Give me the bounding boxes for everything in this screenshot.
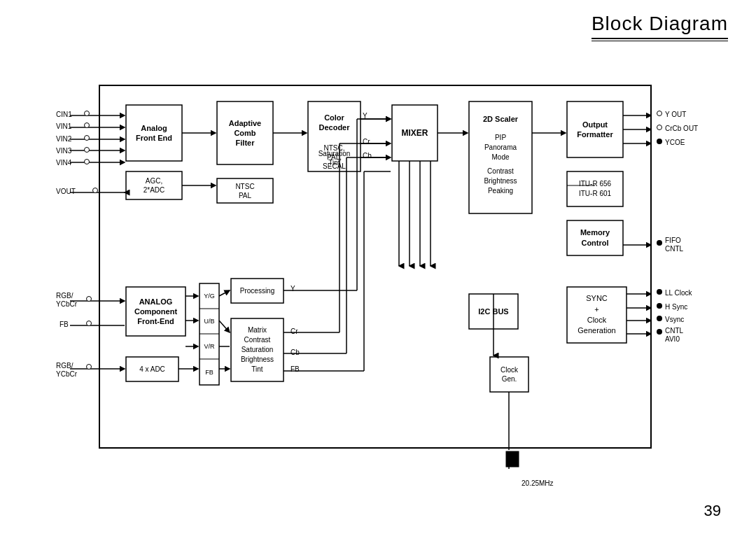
title-area: Block Diagram xyxy=(592,13,728,41)
vin2-label: VIN2 xyxy=(56,135,71,143)
cin1-circle xyxy=(84,111,90,116)
analog-component-block: ANALOG Component Front-End xyxy=(126,287,186,336)
output-label1: Output xyxy=(582,120,608,129)
sync-line3: Clock xyxy=(587,315,607,325)
vin4-label: VIN4 xyxy=(56,159,71,167)
ll-clock-dot xyxy=(657,289,662,295)
clock-gen-line2: Gen. xyxy=(502,374,517,384)
matrix-line1: Matrix xyxy=(248,325,267,335)
crcb-out-label: CrCb OUT xyxy=(665,125,698,132)
matrix-line5: Tint xyxy=(251,365,262,374)
mixer-block: MIXER xyxy=(392,105,438,161)
matrix-line4: Brightness xyxy=(241,355,274,365)
ub-label-box: U/B xyxy=(200,309,219,334)
color-decoder-block: Color Decoder xyxy=(308,101,360,143)
ycoe-label: YCOE xyxy=(665,139,685,146)
analog-fe-label2: Front End xyxy=(136,133,172,143)
agc-line2: 2*ADC xyxy=(144,185,165,195)
arrows-svg xyxy=(56,63,686,469)
ntsc-pal-block: NTSC PAL xyxy=(217,178,273,203)
svg-line-49 xyxy=(219,290,230,296)
ub-label: U/B xyxy=(204,318,214,325)
svg-rect-6 xyxy=(567,101,623,157)
matrix-block: Matrix Contrast Saturation Brightness Ti… xyxy=(231,318,284,381)
svg-rect-17 xyxy=(231,279,284,303)
sync-line4: Generation xyxy=(578,325,615,336)
ll-clock-label: LL Clock xyxy=(665,289,692,297)
itu-line2: ITU-R 601 xyxy=(579,189,611,199)
svg-rect-18 xyxy=(231,318,284,381)
cr-signal-top: Cr xyxy=(363,138,370,146)
rgb-circle1 xyxy=(86,296,92,302)
cntl-avi0-label: CNTLAVI0 xyxy=(665,327,683,344)
vin3-label: VIN3 xyxy=(56,147,71,155)
matrix-line2: Contrast xyxy=(244,335,271,345)
rgb-ycbcr2-label: RGB/YCbCr xyxy=(56,362,77,379)
matrix-line3: Saturation xyxy=(241,345,274,355)
pip-line3: Mode xyxy=(470,153,531,162)
sat-label: Saturation xyxy=(318,149,351,158)
svg-rect-10 xyxy=(217,178,273,203)
sync-clock-block: SYNC + Clock Generation xyxy=(567,287,626,343)
pip-line6: Brightness xyxy=(470,176,531,186)
fb-circle xyxy=(86,321,92,326)
adaptive-label1: Adaptive xyxy=(229,118,261,128)
title-underline xyxy=(592,38,728,39)
fb-label-box: FB xyxy=(200,359,219,385)
cntl-avi0-dot xyxy=(657,329,662,335)
svg-rect-1 xyxy=(126,105,182,161)
yg-label-box: Y/G xyxy=(200,283,219,309)
memory-control-block: Memory Control xyxy=(567,220,623,255)
adaptive-comb-block: Adaptive Comb Filter xyxy=(217,101,273,164)
scaler-label: 2D Scaler xyxy=(483,115,518,123)
ntsc-line1: NTSC xyxy=(235,182,254,191)
analog-comp-line2: Component xyxy=(134,307,177,316)
h-sync-label: H Sync xyxy=(665,303,687,311)
ntsc-secal-label: NTSC, PAL, SECAL xyxy=(309,143,359,171)
yg-label: Y/G xyxy=(204,293,215,300)
svg-rect-19 xyxy=(469,294,518,329)
rgb-circle2 xyxy=(86,364,92,370)
analog-front-end-block: Analog Front End xyxy=(126,105,182,161)
svg-rect-22 xyxy=(506,451,519,467)
vout-label: VOUT xyxy=(56,188,76,195)
processing-block: Processing xyxy=(231,279,284,303)
pip-line1: PIP xyxy=(470,133,531,143)
svg-line-50 xyxy=(219,321,230,332)
vsync-label: Vsync xyxy=(665,316,684,323)
fifo-dot xyxy=(657,240,662,246)
cin1-label: CIN1 xyxy=(56,111,72,118)
svg-rect-2 xyxy=(217,101,273,164)
svg-rect-5 xyxy=(469,101,532,213)
memory-line2: Control xyxy=(581,238,608,248)
crcb-out-circle xyxy=(657,125,662,130)
memory-line1: Memory xyxy=(580,227,610,238)
i2c-bus-block: I2C BUS xyxy=(469,294,518,329)
color-label1: Color xyxy=(324,113,344,122)
analog-fe-label1: Analog xyxy=(141,123,167,133)
rgb-ycbcr1-label: RGB/YCbCr xyxy=(56,292,77,309)
ycoe-dot xyxy=(657,139,662,144)
vsync-dot xyxy=(657,316,662,321)
adaptive-label2: Comb xyxy=(234,128,255,138)
clock-gen-line1: Clock xyxy=(500,365,518,374)
vin1-label: VIN1 xyxy=(56,122,71,130)
output-label2: Formatter xyxy=(577,129,612,139)
svg-rect-13 xyxy=(200,283,219,385)
fb-signal-bot: FB xyxy=(290,365,300,373)
y-out-circle xyxy=(657,111,662,116)
svg-rect-21 xyxy=(567,287,626,343)
agc-line1: AGC, xyxy=(146,176,162,185)
y-out-label: Y OUT xyxy=(665,111,686,118)
svg-rect-3 xyxy=(308,101,360,171)
agc-adc-block: AGC, 2*ADC xyxy=(126,171,182,199)
pip-line5: Contrast xyxy=(470,167,531,176)
scaler-block: 2D Scaler xyxy=(469,101,532,136)
vin3-circle xyxy=(84,147,90,153)
vin1-circle xyxy=(84,122,90,128)
h-sync-dot xyxy=(657,303,662,309)
svg-rect-9 xyxy=(126,171,182,199)
i2c-label: I2C BUS xyxy=(478,307,508,316)
svg-rect-20 xyxy=(490,357,528,392)
frequency-label: 20.25MHz xyxy=(522,479,554,487)
